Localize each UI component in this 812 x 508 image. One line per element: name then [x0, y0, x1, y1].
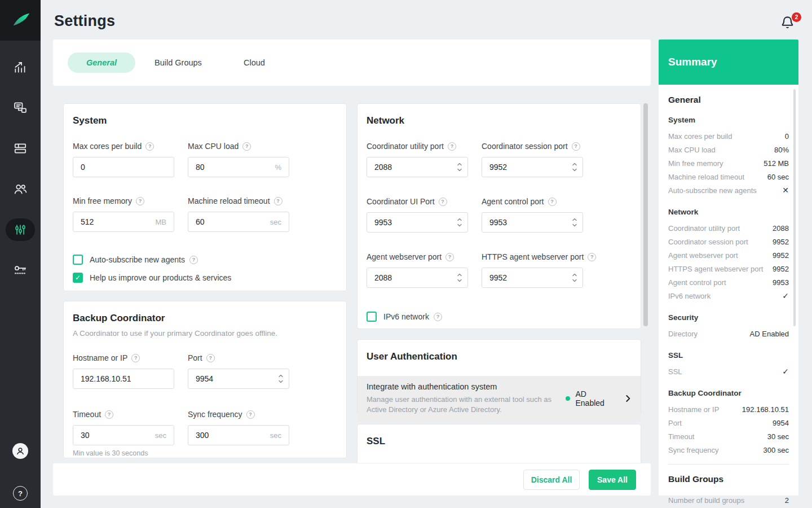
help-icon[interactable]: ?	[242, 142, 251, 151]
help-icon[interactable]: ?	[572, 142, 580, 151]
ipv6-label: IPv6 network	[383, 312, 429, 321]
ui-port-input[interactable]	[367, 213, 467, 232]
summary-subsection-security: Security	[668, 313, 789, 322]
avatar	[12, 443, 28, 459]
reload-timeout-field: Machine reload timeout? sec	[188, 196, 289, 232]
sidebar-item-dashboard[interactable]	[0, 47, 41, 87]
number-stepper[interactable]	[278, 374, 284, 384]
network-card: Network Coordinator utility port? Coordi…	[357, 103, 641, 329]
cross-icon: ✕	[782, 186, 789, 195]
summary-row: Port9954	[668, 416, 789, 430]
summary-divider	[668, 464, 789, 465]
ui-port-field: Coordinator UI Port?	[367, 197, 468, 233]
reload-timeout-input[interactable]	[188, 212, 289, 231]
help-icon[interactable]: ?	[445, 253, 454, 261]
sidebar-item-account[interactable]	[0, 431, 41, 471]
number-stepper[interactable]	[457, 218, 462, 227]
help-icon[interactable]: ?	[246, 410, 255, 419]
summary-row: Agent webserver port9952	[668, 248, 789, 262]
key-icon	[13, 263, 28, 278]
help-icon[interactable]: ?	[206, 354, 215, 362]
number-stepper[interactable]	[572, 218, 577, 227]
rows-icon	[13, 141, 28, 156]
sidebar-item-help[interactable]: ?	[0, 473, 41, 508]
tab-general[interactable]: General	[68, 52, 135, 73]
session-port-input[interactable]	[482, 157, 582, 177]
summary-header: Summary	[659, 40, 798, 85]
system-card: System Max cores per build? Max CPU load…	[63, 103, 347, 291]
page-title: Settings	[54, 12, 115, 30]
timeout-helper-text: Min value is 30 seconds	[73, 449, 174, 457]
summary-scrollbar[interactable]	[793, 89, 796, 326]
check-icon: ✓	[782, 291, 789, 300]
auth-status: AD Enabled	[566, 389, 632, 408]
summary-row: Coordinator session port9952	[668, 235, 789, 248]
help-icon[interactable]: ?	[434, 313, 442, 321]
sidebar-item-agents[interactable]	[0, 128, 41, 169]
help-icon[interactable]: ?	[136, 197, 144, 205]
https-port-input[interactable]	[482, 268, 582, 287]
improve-products-checkbox-row[interactable]: ✓ Help us improve our products & service…	[73, 273, 337, 283]
sidebar-item-users[interactable]	[0, 169, 41, 209]
webserver-port-input[interactable]	[367, 268, 467, 287]
https-port-label: HTTPS agent webserver port	[482, 252, 584, 261]
max-cpu-input[interactable]	[188, 157, 289, 177]
sync-frequency-input[interactable]	[188, 426, 289, 445]
sidebar-item-builds[interactable]	[0, 87, 41, 128]
sidebar-item-settings[interactable]	[0, 209, 41, 250]
utility-port-field: Coordinator utility port?	[367, 142, 468, 177]
notifications-button[interactable]: 2	[780, 15, 797, 33]
app-logo[interactable]	[0, 0, 41, 41]
chart-trend-icon	[13, 60, 28, 75]
summary-subsection-network: Network	[668, 208, 789, 216]
help-icon[interactable]: ?	[131, 354, 140, 362]
help-icon[interactable]: ?	[105, 410, 113, 419]
main-scrollbar[interactable]	[643, 103, 648, 326]
auth-status-label: AD Enabled	[576, 389, 617, 408]
help-icon[interactable]: ?	[439, 198, 447, 206]
sidebar-item-license[interactable]	[0, 250, 41, 291]
help-icon[interactable]: ?	[274, 197, 283, 205]
summary-row: Agent control port9953	[668, 275, 789, 289]
summary-row: Timeout30 sec	[668, 430, 789, 443]
chevron-up-icon	[572, 163, 577, 167]
auto-subscribe-checkbox-row[interactable]: Auto-subscribe new agents ?	[73, 255, 337, 265]
https-port-field: HTTPS agent webserver port?	[482, 252, 583, 288]
min-memory-input[interactable]	[73, 212, 174, 231]
help-icon[interactable]: ?	[448, 142, 456, 151]
help-icon[interactable]: ?	[189, 256, 198, 264]
summary-row: Auto-subscribe new agents✕	[668, 183, 789, 197]
discard-all-button[interactable]: Discard All	[523, 470, 580, 490]
person-icon	[15, 445, 26, 457]
save-all-button[interactable]: Save All	[589, 470, 636, 490]
max-cores-input[interactable]	[73, 157, 174, 177]
help-icon[interactable]: ?	[145, 142, 154, 151]
number-stepper[interactable]	[457, 163, 462, 172]
help-icon[interactable]: ?	[588, 253, 596, 261]
number-stepper[interactable]	[457, 273, 462, 283]
checkbox-unchecked[interactable]	[367, 312, 377, 322]
timeout-input[interactable]	[73, 426, 174, 445]
number-stepper[interactable]	[572, 163, 577, 172]
hostname-input[interactable]	[73, 369, 174, 388]
backup-port-input[interactable]	[188, 369, 289, 388]
checkbox-unchecked[interactable]	[73, 255, 83, 265]
backup-card-title: Backup Coordinator	[73, 313, 337, 324]
checkbox-checked[interactable]: ✓	[73, 273, 83, 283]
chevron-down-icon	[457, 279, 462, 283]
tab-cloud[interactable]: Cloud	[244, 52, 265, 73]
max-cpu-field: Max CPU load? %	[188, 142, 289, 177]
summary-row: Max cores per build0	[668, 129, 789, 143]
summary-row: Hostname or IP192.168.10.51	[668, 402, 789, 416]
session-port-field: Coordinator session port?	[482, 142, 583, 177]
chevron-up-icon	[457, 163, 462, 167]
tab-build-groups[interactable]: Build Groups	[155, 52, 202, 73]
backup-port-field: Port?	[188, 353, 289, 389]
utility-port-input[interactable]	[367, 157, 467, 177]
ipv6-checkbox-row[interactable]: IPv6 network ?	[367, 312, 632, 322]
build-graph-icon	[13, 100, 28, 115]
number-stepper[interactable]	[572, 273, 577, 283]
control-port-input[interactable]	[482, 213, 582, 232]
help-icon[interactable]: ?	[548, 198, 557, 206]
auth-integration-row[interactable]: Integrate with authentication system Man…	[358, 376, 641, 422]
